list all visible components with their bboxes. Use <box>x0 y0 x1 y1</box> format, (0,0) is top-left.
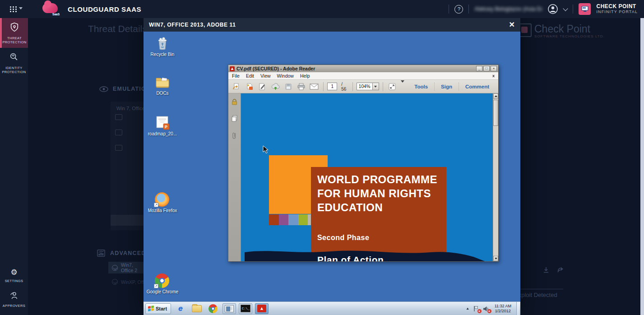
menu-help: Help <box>300 73 310 79</box>
svg-text:P: P <box>165 125 167 129</box>
close-icon[interactable]: ✕ <box>509 21 515 28</box>
page-total-label: / 56 <box>341 82 349 92</box>
save-icon <box>283 82 294 92</box>
mouse-cursor-icon <box>263 145 269 154</box>
start-label: Start <box>156 306 167 311</box>
tools-panel-button: Tools <box>408 84 434 89</box>
download-icon[interactable] <box>542 266 550 273</box>
show-desktop-button <box>516 302 519 315</box>
taskbar-clock: 11:32 AM 1/2/2012 <box>493 304 513 313</box>
share-icon[interactable] <box>557 266 565 273</box>
maximize-button: □ <box>483 66 490 71</box>
reader-scrollbar <box>493 93 498 261</box>
sidebar-item-identity-protection[interactable]: IDENTITY PROTECTION <box>0 48 28 78</box>
desktop-icon-chrome: ↗ Google Chrome <box>145 273 180 294</box>
modal-title: WIN7, OFFICE 2013, ADOBE 11 <box>149 22 236 28</box>
chrome-icon: ↗ <box>155 273 170 288</box>
reader-toolbar: 1 / 56 104% <box>228 80 498 93</box>
row-label: Win7, Office 2 <box>121 262 144 273</box>
email-icon <box>309 82 320 92</box>
cloud-upload-icon <box>270 82 281 92</box>
comment-panel-button: Comment <box>459 84 496 89</box>
avatar-icon[interactable] <box>547 4 558 14</box>
desktop-icon-docs: DOCs <box>145 75 180 96</box>
minimize-button: _ <box>476 66 482 71</box>
clock-time: 11:32 AM <box>495 304 511 309</box>
divider <box>468 5 469 14</box>
emulation-thumbnails-panel <box>111 102 144 230</box>
cmd-taskbar-icon: C:\_ <box>239 303 252 314</box>
app-root: SaaS CLOUDGUARD SAAS ? Aleksey Beloglazo… <box>0 0 644 315</box>
error-badge: × <box>487 309 491 313</box>
start-button: Start <box>145 303 171 314</box>
shortcut-arrow-icon: ↗ <box>154 203 158 207</box>
chart-icon <box>97 249 106 257</box>
toolbar-more-icon <box>399 83 406 91</box>
explorer-taskbar-icon <box>190 303 204 314</box>
vm-taskbar: Start e C:\_ ▲ × <box>144 301 520 315</box>
sidebar-item-approvers[interactable]: APPROVERS <box>0 287 28 311</box>
scroll-up-icon <box>493 93 498 99</box>
divider <box>323 82 324 91</box>
advanced-section-header: ADVANCED <box>97 249 146 257</box>
sidebar-item-label: THREAT PROTECTION <box>2 36 27 44</box>
close-button: × <box>491 66 497 71</box>
adobe-reader-icon <box>230 66 235 71</box>
sign-panel-button: Sign <box>435 84 459 89</box>
sign-document-icon <box>257 82 268 92</box>
desktop-icon-firefox: ↗ Mozilla Firefox <box>145 192 180 213</box>
adobe-taskbar-icon <box>255 303 269 314</box>
desktop-icon-label: Mozilla Firefox <box>145 208 180 213</box>
desktop-icon-label: DOCs <box>145 91 180 96</box>
page-thumbnails-icon <box>231 115 238 122</box>
desktop-icon-label: roadmap_20... <box>145 131 180 136</box>
checkpoint-watermark: Check Point SOFTWARE TECHNOLOGIES LTD. <box>518 23 605 38</box>
powerpoint-file-icon: P <box>155 116 170 130</box>
sidebar-item-threat-protection[interactable]: THREAT PROTECTION <box>0 18 28 48</box>
page-scrollbar[interactable] <box>640 18 644 315</box>
chevron-down-icon[interactable] <box>563 6 568 11</box>
adobe-reader-window: CV.pdf (SECURED) - Adobe Reader _ □ × Fi… <box>228 65 499 262</box>
identity-search-icon <box>9 52 19 62</box>
divider <box>519 289 563 289</box>
sidebar-item-label: IDENTITY PROTECTION <box>1 66 27 74</box>
reader-title-bar: CV.pdf (SECURED) - Adobe Reader _ □ × <box>228 65 498 72</box>
scroll-down-icon <box>493 256 498 261</box>
print-icon <box>296 82 307 92</box>
menubar-close-icon: x <box>492 74 495 78</box>
pdf-title: WORLD PROGRAMME FOR HUMAN RIGHTS EDUCATI… <box>317 172 437 214</box>
pdf-subtitle: Second Phase <box>317 234 369 242</box>
pdf-footer-title: Plan of Action <box>317 255 384 261</box>
top-bar: SaaS CLOUDGUARD SAAS ? Aleksey Beloglazo… <box>0 0 644 18</box>
desktop-icon-label: Google Chrome <box>145 289 180 294</box>
cloudguard-logo: SaaS <box>42 2 60 16</box>
firefox-icon: ↗ <box>155 192 170 207</box>
desktop-icon-recycle-bin: Recycle Bin <box>145 36 180 57</box>
approver-person-icon <box>9 291 19 300</box>
menu-edit: Edit <box>246 73 254 79</box>
menu-view: View <box>260 73 271 79</box>
left-sidebar: THREAT PROTECTION IDENTITY PROTECTION ⚙ … <box>0 18 28 315</box>
help-icon[interactable]: ? <box>454 5 463 14</box>
sidebar-item-settings[interactable]: ⚙ SETTINGS <box>0 264 28 287</box>
folder-icon <box>155 75 170 89</box>
emulation-row-win7[interactable]: Win7, Office 2 <box>108 262 144 273</box>
ie-taskbar-icon: e <box>174 303 187 314</box>
cloudguard-logo-sub: SaaS <box>52 13 60 16</box>
desktop-icon-label: Recycle Bin <box>145 52 180 57</box>
brand-line2: INFINITY PORTAL <box>596 9 638 14</box>
modal-header: WIN7, OFFICE 2013, ADOBE 11 ✕ <box>144 18 520 32</box>
sidebar-item-label: APPROVERS <box>1 304 27 308</box>
zoom-control: 104% <box>357 83 379 90</box>
detection-status-label: Exploit Detected <box>514 292 557 298</box>
watermark-line2: SOFTWARE TECHNOLOGIES LTD. <box>534 34 605 38</box>
app-launcher-grid-icon[interactable] <box>10 5 19 13</box>
page-title: Threat Details <box>88 23 147 34</box>
system-tray: ▲ × × 11:32 AM <box>466 302 520 315</box>
advanced-header-label: ADVANCED <box>110 250 146 256</box>
divider <box>449 5 449 14</box>
brand-text: CHECK POINT INFINITY PORTAL <box>596 4 638 14</box>
clock-date: 1/2/2012 <box>495 309 511 314</box>
sidebar-item-label: SETTINGS <box>1 279 27 283</box>
attachment-paperclip-icon <box>232 132 237 140</box>
